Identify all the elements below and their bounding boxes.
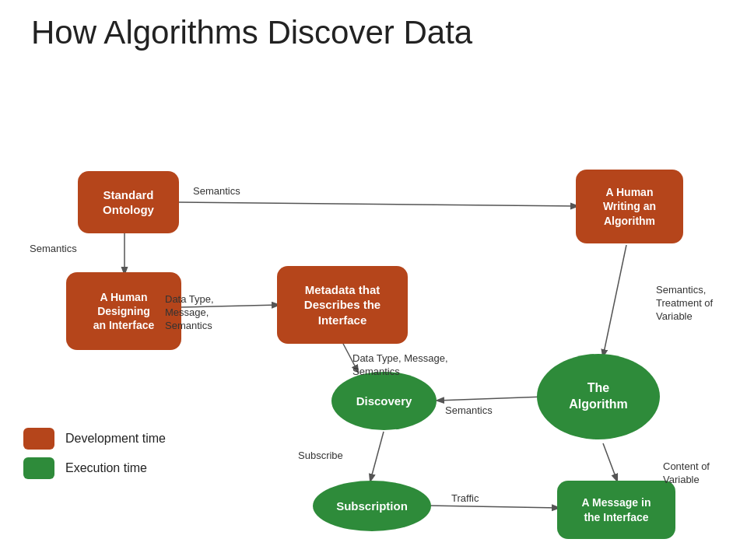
discovery-label: Discovery — [356, 394, 412, 409]
svg-line-5 — [437, 397, 545, 401]
legend: Development time Execution time — [23, 428, 166, 490]
legend-development: Development time — [23, 428, 166, 450]
svg-line-6 — [370, 432, 384, 481]
svg-line-3 — [603, 245, 626, 356]
metadata-node: Metadata that Describes the Interface — [277, 266, 408, 344]
svg-line-0 — [179, 202, 577, 206]
label-semantics-discovery: Semantics — [445, 404, 493, 418]
label-content-of-variable: Content of Variable — [663, 447, 710, 487]
label-data-type2: Data Type, Message, Semantics — [352, 339, 448, 379]
label-semantics-treatment: Semantics, Treatment of Variable — [656, 271, 713, 324]
human-writing-label: A Human Writing an Algorithm — [603, 185, 656, 228]
label-data-type-msg-sem: Data Type, Message, Semantics — [165, 280, 214, 333]
svg-line-8 — [603, 443, 617, 481]
legend-green-box — [23, 457, 54, 479]
algorithm-node: The Algorithm — [537, 354, 660, 439]
standard-ontology-node: Standard Ontology — [78, 171, 179, 233]
svg-line-7 — [428, 506, 559, 508]
legend-execution: Execution time — [23, 457, 166, 479]
label-semantics-left: Semantics — [30, 243, 77, 256]
human-designing-node: A Human Designing an Interface — [66, 272, 181, 350]
legend-execution-label: Execution time — [65, 461, 147, 475]
message-label: A Message in the Interface — [582, 495, 651, 523]
legend-development-label: Development time — [65, 432, 166, 446]
label-traffic: Traffic — [451, 492, 479, 506]
standard-ontology-label: Standard Ontology — [103, 187, 154, 218]
legend-brown-box — [23, 428, 54, 450]
diagram-area: Standard Ontology A Human Designing an I… — [0, 70, 747, 537]
label-subscribe: Subscribe — [298, 450, 343, 463]
algorithm-label: The Algorithm — [569, 380, 628, 413]
subscription-label: Subscription — [336, 499, 408, 514]
human-designing-label: A Human Designing an Interface — [93, 290, 155, 333]
subscription-node: Subscription — [313, 481, 431, 531]
discovery-node: Discovery — [331, 372, 437, 430]
message-node: A Message in the Interface — [557, 481, 675, 539]
human-writing-node: A Human Writing an Algorithm — [576, 170, 683, 243]
page-title: How Algorithms Discover Data — [0, 0, 747, 59]
metadata-label: Metadata that Describes the Interface — [304, 282, 381, 328]
label-semantics-top: Semantics — [193, 185, 240, 198]
